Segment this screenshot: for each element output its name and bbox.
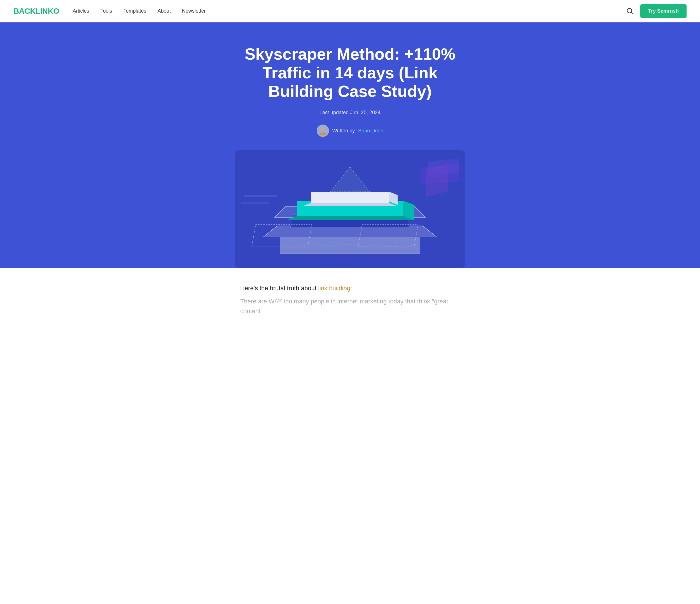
author-avatar-image [317,125,329,137]
intro-before-link: Here's the brutal truth about [240,285,318,292]
nav-articles[interactable]: Articles [73,8,89,14]
last-updated: Last updated Jun. 20, 2024 [320,110,380,115]
svg-rect-22 [311,192,389,203]
nav-newsletter[interactable]: Newsletter [182,8,206,14]
nav-about[interactable]: About [158,8,171,14]
logo[interactable]: BACKLINKO [14,7,59,16]
nav-tools[interactable]: Tools [101,8,112,14]
nav-actions: Try Semrush [625,4,686,18]
svg-marker-21 [285,216,415,220]
svg-rect-8 [241,202,269,204]
intro-colon: : [350,285,352,292]
navbar: BACKLINKO Articles Tools Templates About… [0,0,700,22]
svg-line-1 [631,12,633,14]
author-info: Written by Brian Dean [317,125,383,137]
logo-text: BACKLINKO [14,7,59,16]
svg-marker-13 [263,226,437,237]
content-area: Here's the brutal truth about link build… [227,268,473,333]
author-link[interactable]: Brian Dean [358,128,383,134]
svg-rect-7 [244,195,277,197]
intro-continuation: There are WAY too many people in interne… [240,296,460,316]
svg-point-5 [321,127,325,131]
hero-title: Skyscraper Method: +110% Traffic in 14 d… [235,45,465,101]
hero-illustration [235,150,465,268]
search-button[interactable] [625,6,635,16]
nav-templates[interactable]: Templates [124,8,146,14]
hero-image [235,150,465,268]
intro-paragraph: Here's the brutal truth about link build… [240,285,460,292]
svg-marker-24 [302,203,398,206]
nav-links: Articles Tools Templates About Newslette… [73,8,625,14]
written-by-text: Written by [332,128,355,134]
hero-section: Skyscraper Method: +110% Traffic in 14 d… [0,22,700,268]
svg-rect-11 [280,237,420,254]
link-building-link[interactable]: link building [318,285,350,292]
try-semrush-button[interactable]: Try Semrush [640,4,686,18]
author-avatar [317,125,329,137]
search-icon [626,7,634,15]
